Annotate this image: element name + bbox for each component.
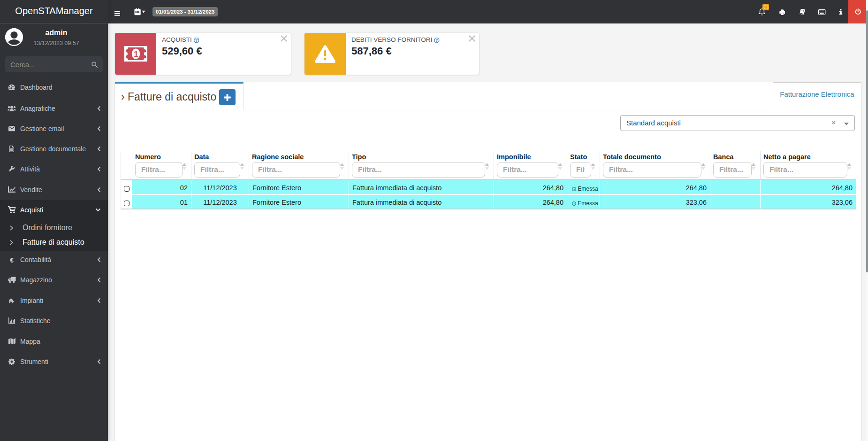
svg-text:?: ? [195, 38, 198, 42]
svg-text:1: 1 [134, 50, 138, 59]
svg-text:?: ? [435, 38, 438, 42]
svg-text:€: € [10, 256, 14, 263]
